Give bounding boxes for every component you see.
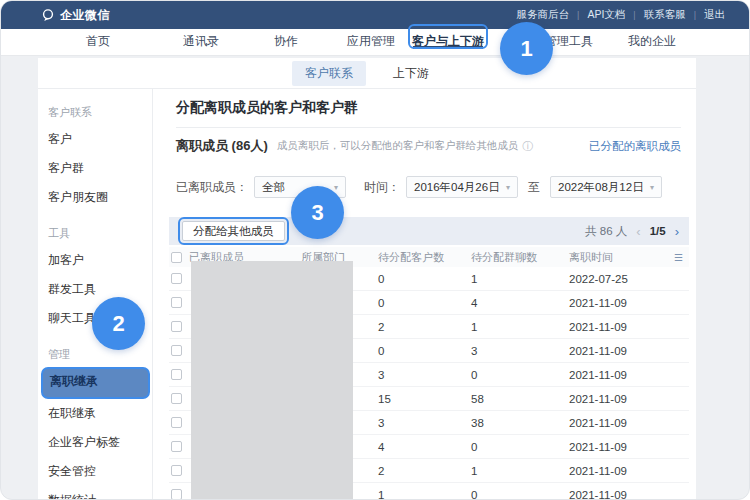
pending-customers-cell: 3 bbox=[378, 369, 471, 381]
contact-support-link[interactable]: 联系客服 bbox=[644, 8, 686, 22]
pending-groups-cell: 38 bbox=[471, 417, 569, 429]
sidebar-section-customer-contact: 客户联系 bbox=[38, 103, 152, 121]
sidebar: 客户联系 客户 客户群 客户朋友圈 工具 加客户 群发工具 聊天工具 管理 离职… bbox=[38, 89, 153, 500]
resign-date-cell: 2021-11-09 bbox=[569, 297, 664, 309]
resign-date-cell: 2021-11-09 bbox=[569, 417, 664, 429]
resign-date-cell: 2021-11-09 bbox=[569, 393, 664, 405]
sidebar-item-customer-tags[interactable]: 企业客户标签 bbox=[38, 428, 152, 457]
row-checkbox[interactable] bbox=[171, 489, 182, 500]
logout-link[interactable]: 退出 bbox=[704, 8, 725, 22]
section-description: 成员离职后，可以分配他的客户和客户群给其他成员 bbox=[277, 139, 519, 153]
sidebar-item-resignation-inheritance[interactable]: 离职继承 bbox=[41, 367, 150, 399]
sidebar-item-security-control[interactable]: 安全管控 bbox=[38, 457, 152, 486]
main-content: 分配离职成员的客户和客户群 离职成员 (86人) 成员离职后，可以分配他的客户和… bbox=[153, 89, 696, 500]
member-filter-value: 全部 bbox=[262, 180, 285, 195]
pending-customers-cell: 0 bbox=[378, 297, 471, 309]
pending-groups-cell: 0 bbox=[471, 369, 569, 381]
nav-app-management[interactable]: 应用管理 bbox=[347, 33, 395, 50]
header-pending-groupchats: 待分配群聊数 bbox=[471, 250, 569, 265]
resign-date-cell: 2021-11-09 bbox=[569, 465, 664, 477]
member-filter-label: 已离职成员： bbox=[176, 179, 248, 196]
assigned-members-link[interactable]: 已分配的离职成员 bbox=[589, 139, 681, 154]
sub-tabs: 客户联系 上下游 bbox=[38, 58, 696, 89]
pending-customers-cell: 3 bbox=[378, 417, 471, 429]
sidebar-item-customer-groups[interactable]: 客户群 bbox=[38, 154, 152, 183]
resign-date-cell: 2021-11-09 bbox=[569, 345, 664, 357]
pending-groups-cell: 1 bbox=[471, 273, 569, 285]
date-to-select[interactable]: 2022年08月12日 ▾ bbox=[550, 176, 662, 198]
chevron-down-icon: ▾ bbox=[506, 183, 510, 192]
prev-page-icon[interactable]: ‹ bbox=[636, 224, 640, 239]
next-page-icon[interactable]: › bbox=[675, 224, 679, 239]
logo: 企业微信 bbox=[41, 7, 110, 24]
date-from-select[interactable]: 2016年04月26日 ▾ bbox=[406, 176, 518, 198]
pending-groups-cell: 4 bbox=[471, 297, 569, 309]
assign-to-others-button[interactable]: 分配给其他成员 bbox=[182, 221, 285, 241]
header-resign-date: 离职时间 bbox=[569, 250, 664, 265]
pending-customers-cell: 0 bbox=[378, 273, 471, 285]
row-checkbox[interactable] bbox=[171, 393, 182, 404]
row-checkbox[interactable] bbox=[171, 369, 182, 380]
info-icon: ⓘ bbox=[522, 139, 533, 154]
time-filter-label: 时间： bbox=[364, 179, 400, 196]
column-settings-icon[interactable]: ☰ bbox=[664, 252, 689, 263]
nav-my-company[interactable]: 我的企业 bbox=[628, 33, 676, 50]
sidebar-item-group-message-tool[interactable]: 群发工具 bbox=[38, 275, 152, 304]
sidebar-item-add-customer[interactable]: 加客户 bbox=[38, 246, 152, 275]
resign-date-cell: 2021-11-09 bbox=[569, 321, 664, 333]
resign-date-cell: 2022-07-25 bbox=[569, 273, 664, 285]
header-pending-customers: 待分配客户数 bbox=[378, 250, 471, 265]
page-title: 分配离职成员的客户和客户群 bbox=[176, 99, 681, 117]
sidebar-item-statistics[interactable]: 数据统计 bbox=[38, 486, 152, 500]
pagination: 共 86 人 ‹ 1/5 › bbox=[585, 224, 679, 239]
pending-groups-cell: 0 bbox=[471, 489, 569, 500]
topbar: 企业微信 服务商后台 | API文档 | 联系客服 | 退出 bbox=[1, 1, 750, 29]
annotation-badge-1: 1 bbox=[500, 22, 553, 75]
annotation-box-3: 分配给其他成员 bbox=[178, 217, 289, 246]
row-checkbox[interactable] bbox=[171, 297, 182, 308]
sidebar-item-onjob-inheritance[interactable]: 在职继承 bbox=[38, 399, 152, 428]
nav-contacts[interactable]: 通讯录 bbox=[183, 33, 219, 50]
redaction-overlay bbox=[191, 261, 353, 500]
pending-groups-cell: 58 bbox=[471, 393, 569, 405]
separator: | bbox=[694, 10, 696, 20]
total-count: 共 86 人 bbox=[585, 224, 627, 239]
content-card: 客户联系 上下游 客户联系 客户 客户群 客户朋友圈 工具 加客户 群发工具 聊… bbox=[38, 58, 696, 500]
tab-updownstream[interactable]: 上下游 bbox=[380, 61, 442, 86]
table-toolbar: 分配给其他成员 共 86 人 ‹ 1/5 › bbox=[169, 217, 689, 245]
pending-groups-cell: 1 bbox=[471, 465, 569, 477]
row-checkbox[interactable] bbox=[171, 321, 182, 332]
pending-customers-cell: 15 bbox=[378, 393, 471, 405]
resign-date-cell: 2021-11-09 bbox=[569, 489, 664, 500]
annotation-badge-3: 3 bbox=[291, 186, 344, 239]
row-checkbox[interactable] bbox=[171, 441, 182, 452]
nav-collaboration[interactable]: 协作 bbox=[274, 33, 298, 50]
sidebar-item-customers[interactable]: 客户 bbox=[38, 125, 152, 154]
sidebar-section-management: 管理 bbox=[38, 345, 152, 363]
app-window: 企业微信 服务商后台 | API文档 | 联系客服 | 退出 首页 通讯录 协作… bbox=[0, 0, 750, 500]
api-docs-link[interactable]: API文档 bbox=[587, 8, 625, 22]
row-checkbox[interactable] bbox=[171, 273, 182, 284]
page-indicator: 1/5 bbox=[650, 225, 666, 237]
pending-customers-cell: 2 bbox=[378, 321, 471, 333]
resign-date-cell: 2021-11-09 bbox=[569, 441, 664, 453]
separator: | bbox=[577, 10, 579, 20]
separator: | bbox=[633, 10, 635, 20]
provider-console-link[interactable]: 服务商后台 bbox=[517, 8, 570, 22]
pending-customers-cell: 0 bbox=[378, 345, 471, 357]
pending-customers-cell: 4 bbox=[378, 441, 471, 453]
chevron-down-icon: ▾ bbox=[650, 183, 654, 192]
row-checkbox[interactable] bbox=[171, 465, 182, 476]
row-checkbox[interactable] bbox=[171, 345, 182, 356]
date-to-value: 2022年08月12日 bbox=[558, 180, 644, 195]
chevron-down-icon: ▾ bbox=[334, 183, 338, 192]
annotation-badge-2: 2 bbox=[92, 297, 145, 350]
row-checkbox[interactable] bbox=[171, 417, 182, 428]
nav-home[interactable]: 首页 bbox=[86, 33, 110, 50]
main-nav: 首页 通讯录 协作 应用管理 客户与上下游 管理工具 我的企业 bbox=[1, 29, 750, 56]
select-all-checkbox[interactable] bbox=[171, 252, 182, 263]
annotation-box-1 bbox=[408, 24, 488, 49]
topbar-links: 服务商后台 | API文档 | 联系客服 | 退出 bbox=[517, 8, 725, 22]
sidebar-item-customer-moments[interactable]: 客户朋友圈 bbox=[38, 183, 152, 212]
tab-customer-contact[interactable]: 客户联系 bbox=[292, 61, 366, 86]
